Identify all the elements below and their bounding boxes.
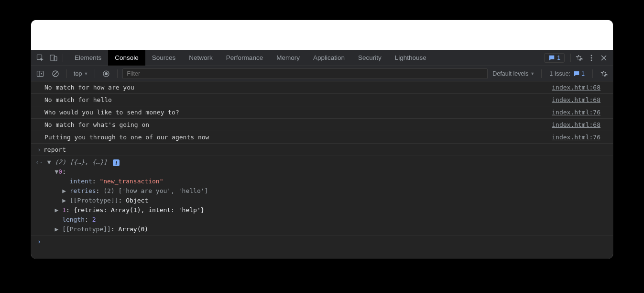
inspect-element-icon[interactable] [34, 52, 46, 64]
console-log-row: No match for hello index.html:68 [31, 94, 613, 106]
svg-point-5 [591, 59, 592, 61]
devtools-panel: Elements Console Sources Network Perform… [31, 50, 613, 259]
devtools-tabbar: Elements Console Sources Network Perform… [31, 50, 613, 66]
log-source-link[interactable]: index.html:76 [552, 108, 609, 117]
separator [63, 54, 63, 62]
console-log-row: Putting you through to one of our agents… [31, 131, 613, 144]
live-expression-icon[interactable] [100, 68, 112, 80]
svg-rect-6 [37, 71, 44, 76]
clear-console-icon[interactable] [49, 68, 62, 80]
expand-toggle[interactable]: ▼ [47, 158, 51, 166]
context-dropdown[interactable]: top ▼ [72, 70, 90, 77]
tab-application[interactable]: Application [306, 50, 351, 66]
log-message: No match for what's going on [44, 120, 552, 129]
log-message: No match for hello [44, 95, 552, 104]
info-icon[interactable]: i [113, 159, 120, 166]
log-message: Putting you through to one of our agents… [44, 133, 552, 142]
tab-sources[interactable]: Sources [145, 50, 183, 66]
console-settings-icon[interactable] [598, 68, 610, 80]
console-log-row: No match for how are you index.html:68 [31, 81, 613, 94]
svg-point-9 [105, 72, 108, 75]
prompt-caret-icon: › [35, 238, 44, 245]
log-message: No match for how are you [44, 83, 552, 92]
close-icon[interactable] [598, 52, 610, 64]
log-source-link[interactable]: index.html:76 [552, 133, 609, 142]
filter-input[interactable] [122, 68, 488, 79]
devtools-window: Elements Console Sources Network Perform… [31, 20, 613, 259]
expand-toggle[interactable]: ▶ [62, 187, 66, 194]
chevron-down-icon: ▼ [84, 71, 88, 76]
object-tree[interactable]: ▼ (2) [{…}, {…}] i ▼0: intent: "new_tran… [47, 158, 208, 234]
levels-label: Default levels [492, 70, 528, 77]
context-label: top [74, 70, 82, 77]
separator [592, 69, 593, 78]
tabbar-left-icons [31, 52, 68, 64]
console-output[interactable]: No match for how are you index.html:68 N… [31, 81, 613, 259]
tab-console[interactable]: Console [108, 50, 145, 66]
log-source-link[interactable]: index.html:68 [552, 83, 609, 92]
expand-toggle[interactable]: ▶ [62, 197, 66, 204]
console-result-row: ‹· ▼ (2) [{…}, {…}] i ▼0: intent: "new_t… [31, 156, 613, 236]
separator [570, 54, 571, 62]
input-text: report [44, 145, 66, 154]
issues-label: 1 Issue: [549, 70, 570, 77]
levels-dropdown[interactable]: Default levels ▼ [491, 70, 536, 77]
more-icon[interactable] [585, 52, 598, 64]
devtools-tabs: Elements Console Sources Network Perform… [68, 50, 433, 66]
console-prompt[interactable]: › [31, 236, 613, 247]
tabbar-right: 1 [544, 52, 613, 64]
svg-point-4 [591, 57, 592, 58]
console-log-row: No match for what's going on index.html:… [31, 119, 613, 131]
console-toolbar: top ▼ Default levels ▼ 1 Issue: 1 [31, 66, 613, 81]
output-caret-icon: ‹· [35, 158, 44, 167]
tab-memory[interactable]: Memory [270, 50, 306, 66]
log-message: Who would you like to send money to? [44, 108, 552, 117]
tab-performance[interactable]: Performance [219, 50, 270, 66]
expand-toggle[interactable]: ▶ [55, 206, 58, 214]
messages-badge[interactable]: 1 [544, 53, 565, 63]
separator [95, 69, 95, 78]
console-log-row: Who would you like to send money to? ind… [31, 106, 613, 119]
separator [66, 69, 67, 78]
page-content-area [31, 20, 613, 50]
tab-lighthouse[interactable]: Lighthouse [388, 50, 433, 66]
expand-toggle[interactable]: ▶ [55, 225, 58, 233]
messages-count: 1 [557, 55, 560, 61]
tab-security[interactable]: Security [351, 50, 388, 66]
log-source-link[interactable]: index.html:68 [552, 120, 609, 129]
separator [541, 69, 542, 78]
svg-point-3 [591, 55, 592, 56]
console-input-row: › report [31, 144, 613, 156]
device-toolbar-icon[interactable] [47, 52, 60, 64]
log-source-link[interactable]: index.html:68 [552, 95, 609, 104]
tab-network[interactable]: Network [182, 50, 219, 66]
issues-count: 1 [581, 70, 585, 77]
chevron-down-icon: ▼ [530, 71, 535, 76]
separator [117, 69, 118, 78]
issues-button[interactable]: 1 Issue: 1 [546, 70, 588, 77]
sidebar-toggle-icon[interactable] [34, 68, 46, 80]
input-caret-icon: › [35, 145, 44, 154]
settings-icon[interactable] [573, 52, 585, 64]
tab-elements[interactable]: Elements [68, 50, 108, 66]
